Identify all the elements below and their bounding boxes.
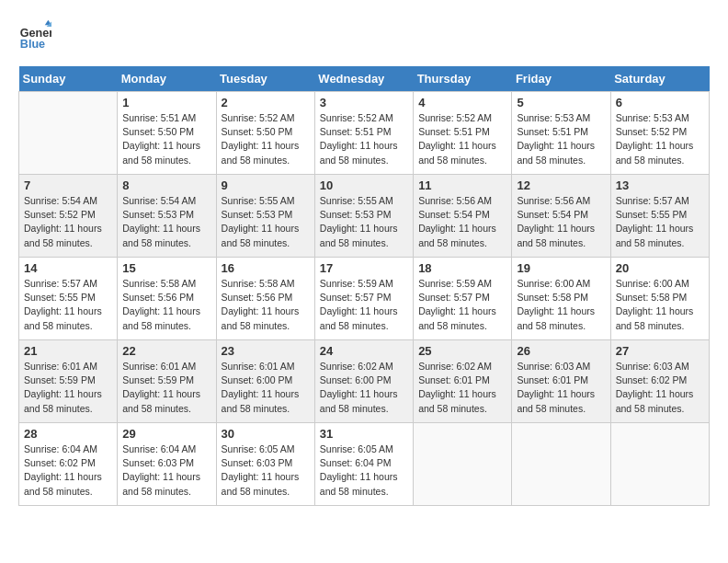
day-number: 25 bbox=[418, 344, 506, 358]
day-info: Sunrise: 6:05 AM Sunset: 6:03 PM Dayligh… bbox=[222, 442, 310, 499]
calendar-day-cell: 14Sunrise: 5:57 AM Sunset: 5:55 PM Dayli… bbox=[19, 258, 118, 340]
calendar-day-cell: 17Sunrise: 5:59 AM Sunset: 5:57 PM Dayli… bbox=[314, 258, 413, 340]
page-header: General Blue bbox=[18, 18, 710, 52]
calendar-day-cell: 27Sunrise: 6:03 AM Sunset: 6:02 PM Dayli… bbox=[610, 340, 709, 423]
day-number: 20 bbox=[616, 261, 704, 275]
calendar-week-row: 14Sunrise: 5:57 AM Sunset: 5:55 PM Dayli… bbox=[19, 258, 710, 340]
calendar-day-cell: 25Sunrise: 6:02 AM Sunset: 6:01 PM Dayli… bbox=[414, 340, 512, 423]
calendar-day-cell: 23Sunrise: 6:01 AM Sunset: 6:00 PM Dayli… bbox=[216, 340, 314, 423]
day-number: 3 bbox=[320, 96, 408, 109]
day-number: 15 bbox=[122, 261, 210, 275]
day-info: Sunrise: 6:04 AM Sunset: 6:03 PM Dayligh… bbox=[122, 442, 210, 499]
day-info: Sunrise: 6:01 AM Sunset: 6:00 PM Dayligh… bbox=[222, 360, 310, 416]
weekday-header: Thursday bbox=[414, 66, 512, 92]
day-number: 18 bbox=[418, 261, 506, 275]
calendar-day-cell: 28Sunrise: 6:04 AM Sunset: 6:02 PM Dayli… bbox=[19, 423, 118, 506]
day-number: 31 bbox=[320, 427, 408, 441]
calendar-day-cell bbox=[19, 92, 118, 175]
calendar-day-cell: 3Sunrise: 5:52 AM Sunset: 5:51 PM Daylig… bbox=[314, 92, 413, 175]
day-info: Sunrise: 5:56 AM Sunset: 5:54 PM Dayligh… bbox=[418, 194, 506, 250]
calendar-day-cell: 10Sunrise: 5:55 AM Sunset: 5:53 PM Dayli… bbox=[314, 175, 413, 258]
calendar-week-row: 28Sunrise: 6:04 AM Sunset: 6:02 PM Dayli… bbox=[19, 423, 710, 506]
day-info: Sunrise: 5:51 AM Sunset: 5:50 PM Dayligh… bbox=[122, 111, 210, 167]
day-number: 24 bbox=[320, 344, 408, 358]
day-info: Sunrise: 5:53 AM Sunset: 5:52 PM Dayligh… bbox=[616, 111, 704, 167]
day-info: Sunrise: 5:55 AM Sunset: 5:53 PM Dayligh… bbox=[222, 194, 310, 250]
calendar-day-cell: 15Sunrise: 5:58 AM Sunset: 5:56 PM Dayli… bbox=[118, 258, 216, 340]
weekday-header: Sunday bbox=[19, 66, 118, 92]
day-number: 17 bbox=[320, 261, 408, 275]
day-info: Sunrise: 5:52 AM Sunset: 5:51 PM Dayligh… bbox=[418, 111, 506, 167]
calendar-day-cell: 21Sunrise: 6:01 AM Sunset: 5:59 PM Dayli… bbox=[19, 340, 118, 423]
calendar-day-cell: 9Sunrise: 5:55 AM Sunset: 5:53 PM Daylig… bbox=[216, 175, 314, 258]
calendar-week-row: 1Sunrise: 5:51 AM Sunset: 5:50 PM Daylig… bbox=[19, 92, 710, 175]
day-info: Sunrise: 6:04 AM Sunset: 6:02 PM Dayligh… bbox=[24, 442, 112, 499]
day-number: 27 bbox=[616, 344, 704, 358]
calendar-day-cell bbox=[512, 423, 610, 506]
logo-icon: General Blue bbox=[18, 18, 51, 52]
day-number: 4 bbox=[418, 96, 506, 109]
day-info: Sunrise: 5:54 AM Sunset: 5:53 PM Dayligh… bbox=[122, 194, 210, 250]
day-number: 6 bbox=[616, 96, 704, 109]
calendar-day-cell: 19Sunrise: 6:00 AM Sunset: 5:58 PM Dayli… bbox=[512, 258, 610, 340]
calendar-day-cell: 7Sunrise: 5:54 AM Sunset: 5:52 PM Daylig… bbox=[19, 175, 118, 258]
weekday-header: Monday bbox=[118, 66, 216, 92]
calendar-day-cell bbox=[414, 423, 512, 506]
calendar-day-cell: 5Sunrise: 5:53 AM Sunset: 5:51 PM Daylig… bbox=[512, 92, 610, 175]
day-info: Sunrise: 6:01 AM Sunset: 5:59 PM Dayligh… bbox=[122, 360, 210, 416]
calendar-day-cell: 22Sunrise: 6:01 AM Sunset: 5:59 PM Dayli… bbox=[118, 340, 216, 423]
calendar-day-cell: 12Sunrise: 5:56 AM Sunset: 5:54 PM Dayli… bbox=[512, 175, 610, 258]
calendar-header: SundayMondayTuesdayWednesdayThursdayFrid… bbox=[19, 66, 710, 92]
calendar-day-cell: 24Sunrise: 6:02 AM Sunset: 6:00 PM Dayli… bbox=[314, 340, 413, 423]
day-number: 22 bbox=[122, 344, 210, 358]
logo: General Blue bbox=[18, 18, 55, 52]
day-number: 8 bbox=[122, 178, 210, 192]
day-number: 5 bbox=[517, 96, 605, 109]
calendar-day-cell: 16Sunrise: 5:58 AM Sunset: 5:56 PM Dayli… bbox=[216, 258, 314, 340]
day-number: 23 bbox=[222, 344, 310, 358]
day-info: Sunrise: 6:02 AM Sunset: 6:00 PM Dayligh… bbox=[320, 360, 408, 416]
day-number: 30 bbox=[222, 427, 310, 441]
day-info: Sunrise: 6:03 AM Sunset: 6:01 PM Dayligh… bbox=[517, 360, 605, 416]
calendar-week-row: 7Sunrise: 5:54 AM Sunset: 5:52 PM Daylig… bbox=[19, 175, 710, 258]
weekday-header: Wednesday bbox=[314, 66, 413, 92]
weekday-header: Tuesday bbox=[216, 66, 314, 92]
day-info: Sunrise: 5:57 AM Sunset: 5:55 PM Dayligh… bbox=[616, 194, 704, 250]
calendar-day-cell: 18Sunrise: 5:59 AM Sunset: 5:57 PM Dayli… bbox=[414, 258, 512, 340]
day-info: Sunrise: 5:58 AM Sunset: 5:56 PM Dayligh… bbox=[122, 277, 210, 333]
day-number: 7 bbox=[24, 178, 112, 192]
day-info: Sunrise: 5:57 AM Sunset: 5:55 PM Dayligh… bbox=[24, 277, 112, 333]
day-number: 29 bbox=[122, 427, 210, 441]
day-number: 26 bbox=[517, 344, 605, 358]
day-number: 2 bbox=[222, 96, 310, 109]
calendar-day-cell: 4Sunrise: 5:52 AM Sunset: 5:51 PM Daylig… bbox=[414, 92, 512, 175]
calendar-day-cell: 11Sunrise: 5:56 AM Sunset: 5:54 PM Dayli… bbox=[414, 175, 512, 258]
day-number: 21 bbox=[24, 344, 112, 358]
day-info: Sunrise: 5:56 AM Sunset: 5:54 PM Dayligh… bbox=[517, 194, 605, 250]
calendar-table: SundayMondayTuesdayWednesdayThursdayFrid… bbox=[18, 66, 710, 506]
day-number: 1 bbox=[122, 96, 210, 109]
day-number: 11 bbox=[418, 178, 506, 192]
day-number: 9 bbox=[222, 178, 310, 192]
day-number: 16 bbox=[222, 261, 310, 275]
day-number: 13 bbox=[616, 178, 704, 192]
day-info: Sunrise: 6:00 AM Sunset: 5:58 PM Dayligh… bbox=[616, 277, 704, 333]
day-number: 19 bbox=[517, 261, 605, 275]
calendar-day-cell: 30Sunrise: 6:05 AM Sunset: 6:03 PM Dayli… bbox=[216, 423, 314, 506]
calendar-day-cell: 6Sunrise: 5:53 AM Sunset: 5:52 PM Daylig… bbox=[610, 92, 709, 175]
day-info: Sunrise: 5:58 AM Sunset: 5:56 PM Dayligh… bbox=[222, 277, 310, 333]
day-info: Sunrise: 5:52 AM Sunset: 5:50 PM Dayligh… bbox=[222, 111, 310, 167]
calendar-day-cell: 29Sunrise: 6:04 AM Sunset: 6:03 PM Dayli… bbox=[118, 423, 216, 506]
day-number: 10 bbox=[320, 178, 408, 192]
day-number: 14 bbox=[24, 261, 112, 275]
calendar-day-cell: 2Sunrise: 5:52 AM Sunset: 5:50 PM Daylig… bbox=[216, 92, 314, 175]
svg-text:Blue: Blue bbox=[20, 38, 45, 51]
day-info: Sunrise: 6:05 AM Sunset: 6:04 PM Dayligh… bbox=[320, 442, 408, 499]
day-info: Sunrise: 6:00 AM Sunset: 5:58 PM Dayligh… bbox=[517, 277, 605, 333]
calendar-day-cell: 26Sunrise: 6:03 AM Sunset: 6:01 PM Dayli… bbox=[512, 340, 610, 423]
day-number: 28 bbox=[24, 427, 112, 441]
calendar-day-cell: 20Sunrise: 6:00 AM Sunset: 5:58 PM Dayli… bbox=[610, 258, 709, 340]
calendar-day-cell: 8Sunrise: 5:54 AM Sunset: 5:53 PM Daylig… bbox=[118, 175, 216, 258]
calendar-week-row: 21Sunrise: 6:01 AM Sunset: 5:59 PM Dayli… bbox=[19, 340, 710, 423]
calendar-day-cell: 31Sunrise: 6:05 AM Sunset: 6:04 PM Dayli… bbox=[314, 423, 413, 506]
